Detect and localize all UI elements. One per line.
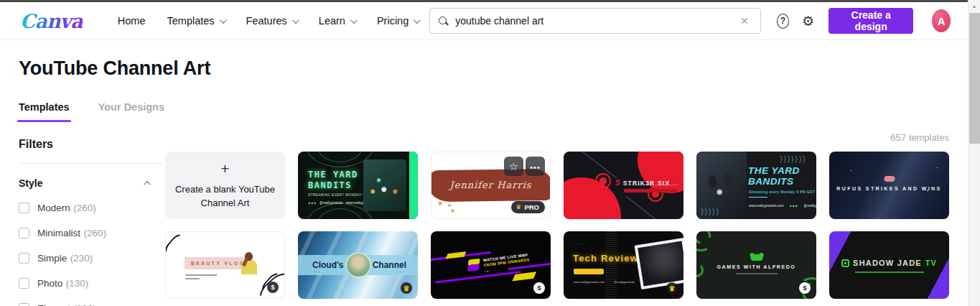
template-yard-bandits-neon[interactable]: THE YARDBANDITS STREAMING EVERY MONDAY 9…	[298, 152, 418, 219]
game-controller-icon	[750, 254, 762, 261]
paid-dollar-badge: $	[799, 282, 811, 294]
search-clear-icon[interactable]: ✕	[737, 14, 752, 28]
pro-crown-badge: ♛	[401, 282, 412, 294]
scrollbar[interactable]: ▲	[968, 0, 980, 306]
red-circle-decoration	[638, 152, 683, 193]
create-a-design-button[interactable]: Create a design	[829, 8, 913, 34]
page-title: YouTube Channel Art	[19, 57, 968, 80]
template-yard-bandits-cyan[interactable]: ⟩⟩⟩⟩⟩⟩⟩ ⟩⟩⟩⟩⟩ THE YARDBANDITS Streaming …	[696, 152, 816, 219]
checkbox-photo[interactable]	[19, 278, 29, 289]
social-icons: ●●●	[790, 203, 798, 208]
chevron-pattern: ⟩⟩⟩⟩⟩	[701, 207, 719, 216]
game-controller-icon	[884, 176, 895, 182]
scrollbar-up-arrow[interactable]: ▲	[969, 0, 980, 11]
tab-your-designs[interactable]: Your Designs	[98, 101, 164, 122]
chevron-pattern: ⟩⟩⟩⟩⟩⟩⟩	[780, 154, 806, 164]
green-strip	[409, 152, 418, 219]
template-grid: + Create a blank YouTube Channel Art THE…	[165, 152, 949, 299]
small-text-line	[855, 272, 924, 273]
purple-stripe	[435, 271, 521, 284]
filters-sidebar: Filters Style Modern (260) Minimalist (2…	[0, 128, 165, 306]
small-text-line	[185, 278, 200, 279]
plus-icon: +	[220, 161, 229, 176]
page-content: YouTube Channel Art Templates Your Desig…	[0, 40, 968, 306]
yellow-stripe	[445, 251, 466, 259]
template-photo	[363, 159, 406, 211]
template-shadow-jade-tv[interactable]: SHADOW JADE TV	[829, 231, 949, 299]
chevron-down-icon	[292, 17, 299, 24]
s-logo: S	[615, 179, 620, 187]
avatar[interactable]: A	[932, 9, 951, 32]
top-navigation-bar: Canva Home Templates Features Learn Pric…	[0, 2, 968, 40]
chevron-up-icon	[144, 180, 151, 187]
grunge-texture	[605, 231, 617, 299]
nav-pricing[interactable]: Pricing	[366, 15, 429, 27]
checkbox-minimalist[interactable]	[19, 228, 29, 238]
checkbox-modern[interactable]	[19, 203, 29, 213]
person-photo-circle	[345, 252, 371, 278]
divider	[19, 163, 163, 164]
checkbox-simple[interactable]	[19, 253, 29, 264]
tab-templates[interactable]: Templates	[19, 101, 70, 122]
pink-banner: BEAUTY VLOG	[185, 257, 248, 269]
filter-option-minimalist[interactable]: Minimalist (260)	[19, 226, 165, 239]
style-section-header[interactable]: Style	[19, 177, 151, 189]
checkbox-elegant[interactable]	[19, 303, 29, 306]
template-tech-review[interactable]: :::::: Tech Review www.reallygreatsite.c…	[564, 231, 683, 299]
template-rufus-strikes[interactable]: RUFUS STRIKES AND WINS	[829, 152, 949, 219]
tab-bar: Templates Your Designs	[19, 101, 968, 122]
small-text-line	[736, 273, 778, 274]
person-photo-tilted	[635, 238, 683, 289]
filter-option-modern[interactable]: Modern (260)	[19, 201, 165, 214]
main-nav: Home Templates Features Learn Pricing	[107, 15, 429, 27]
help-icon[interactable]: ?	[777, 14, 789, 29]
social-icons: ●●●	[308, 200, 317, 205]
favorite-star-button[interactable]: ☆	[504, 157, 523, 176]
results-count: 657 templates	[165, 132, 949, 143]
nav-learn[interactable]: Learn	[308, 15, 366, 27]
red-circle-decoration	[564, 177, 621, 219]
channel-logo	[841, 259, 849, 267]
style-section-label: Style	[19, 177, 42, 189]
filter-option-elegant[interactable]: Elegant (120)	[19, 302, 165, 306]
create-blank-card[interactable]: + Create a blank YouTube Channel Art	[165, 152, 285, 219]
subscribe-button-graphic	[574, 269, 604, 274]
crown-icon: ♛	[515, 204, 521, 210]
top-border-line	[0, 0, 968, 2]
star-decoration: ★	[450, 208, 455, 214]
pro-crown-badge: ♛	[666, 282, 678, 294]
nav-features[interactable]: Features	[235, 15, 308, 27]
search-icon	[439, 17, 448, 26]
template-games-with-alfredo[interactable]: GAMES WITH ALFREDO $	[696, 231, 816, 299]
star-decoration: ★	[437, 200, 443, 207]
red-bar	[624, 189, 677, 193]
red-ring-decoration	[595, 173, 611, 189]
template-strik3r-six[interactable]: S STRIK3R SIX	[564, 152, 683, 219]
template-clouds-channel[interactable]: Cloud's Channel ▪ ▪ ▪ ▪ ▪ ▪ ♛	[298, 231, 418, 299]
template-watch-me-live[interactable]: WATCH ME LIVE MWF FROM 9PM ONWARDS ▪ ● ▪…	[431, 231, 551, 299]
template-beauty-vlog[interactable]: BEAUTY VLOG $	[165, 231, 285, 299]
paid-dollar-badge: $	[267, 282, 279, 293]
scrollbar-thumb[interactable]	[969, 13, 980, 144]
filters-heading: Filters	[19, 138, 165, 151]
search-value[interactable]: youtube channel art	[455, 15, 730, 27]
channel-logo	[467, 259, 480, 272]
pro-badge: ♛ PRO	[511, 201, 545, 213]
small-text-line	[185, 274, 217, 276]
nav-templates[interactable]: Templates	[157, 15, 235, 27]
nav-home[interactable]: Home	[107, 15, 157, 27]
more-options-button[interactable]: •••	[526, 157, 545, 176]
paid-dollar-badge: $	[533, 282, 545, 294]
search-input[interactable]: youtube channel art ✕	[429, 8, 760, 34]
chevron-down-icon	[350, 17, 358, 24]
filter-option-photo[interactable]: Photo (130)	[19, 277, 165, 289]
template-jennifer-harris[interactable]: Jennifer Harris ★ ★ ★ ☆ ••• ♛ PRO	[431, 152, 551, 219]
canva-logo[interactable]: Canva	[20, 10, 83, 32]
filter-option-simple[interactable]: Simple (230)	[19, 251, 165, 264]
chevron-down-icon	[220, 17, 227, 24]
chevron-down-icon	[414, 17, 421, 24]
gear-icon[interactable]: ⚙	[802, 14, 814, 28]
